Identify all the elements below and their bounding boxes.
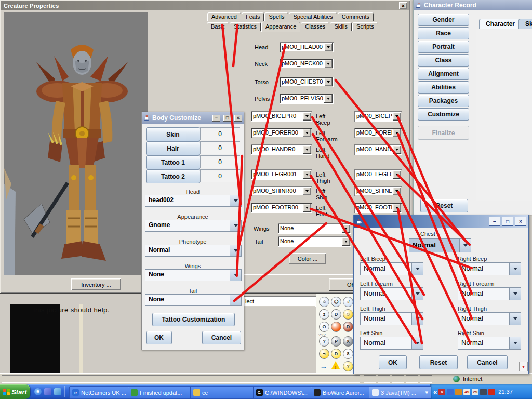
chevron-down-icon[interactable] [342, 224, 350, 233]
left-shin-dropdown[interactable]: Normal [360, 337, 423, 350]
chevron-down-icon[interactable] [393, 129, 401, 137]
creature-preview[interactable] [4, 12, 148, 275]
left-bicep-dropdown[interactable]: Normal [360, 262, 423, 275]
quicklaunch-ie-icon[interactable]: e [34, 388, 42, 395]
tail-combo[interactable]: None [145, 294, 242, 306]
part-reset-button[interactable]: Reset [419, 355, 458, 369]
neck-part-dropdown[interactable]: pMO0_NECK001 [280, 59, 334, 69]
hair-button[interactable]: Hair [146, 141, 200, 155]
minimize-button[interactable]: − [212, 115, 220, 122]
badge-29-icon[interactable]: 29 [472, 389, 478, 395]
warning-emoticon[interactable]: ! [331, 361, 340, 370]
right-forearm-dropdown[interactable]: Normal [458, 287, 521, 300]
customize-button[interactable]: Customize [418, 108, 469, 121]
chevron-down-icon[interactable] [303, 187, 311, 195]
head-combo[interactable]: head002 [145, 195, 242, 207]
taskbar-button-cc[interactable]: cc [190, 386, 257, 399]
chevron-down-icon[interactable] [509, 263, 521, 275]
tab-skills[interactable]: Sk [518, 19, 532, 29]
tab-character[interactable]: Character [479, 19, 522, 29]
alignment-button[interactable]: Alignment [418, 68, 469, 80]
maximize-button[interactable]: □ [502, 217, 513, 226]
arrow-emoticon[interactable]: → [319, 361, 328, 370]
tab-appearance[interactable]: Appearance [261, 22, 300, 32]
left-hand-left-part-dropdown[interactable]: pMO0_HANDL00 [354, 144, 402, 155]
chevron-down-icon[interactable] [324, 60, 332, 68]
body-customize-cancel-button[interactable]: Cancel [202, 331, 241, 344]
tab-feats[interactable]: Feats [242, 12, 264, 21]
antivirus-shield-icon[interactable]: V [438, 389, 445, 395]
chevron-down-icon[interactable] [393, 112, 401, 121]
smirk-emoticon[interactable]: ¬ [319, 349, 329, 359]
close-button[interactable]: × [515, 217, 526, 226]
chevron-down-icon[interactable] [393, 187, 401, 195]
idea-emoticon[interactable]: ? [343, 361, 353, 371]
furious-emoticon[interactable]: X [343, 336, 353, 347]
maximize-button[interactable]: □ [223, 115, 231, 122]
chevron-down-icon[interactable] [303, 170, 311, 179]
network-icon[interactable] [447, 389, 454, 395]
tab-statistics[interactable]: Statistics [230, 22, 261, 31]
chevron-down-icon[interactable] [230, 220, 241, 231]
taskbar-button-finished-updat[interactable]: Finished updat... [128, 386, 194, 399]
question-emoticon[interactable]: ? [319, 336, 329, 347]
finalize-button[interactable]: Finalize [418, 126, 469, 140]
race-button[interactable]: Race [418, 27, 469, 39]
close-button[interactable]: × [234, 115, 242, 122]
chevron-down-icon[interactable] [509, 313, 521, 325]
chevron-down-icon[interactable] [393, 145, 401, 154]
body-customize-titlebar[interactable]: Body Customize − □ × [142, 112, 244, 124]
left-foot-left-part-dropdown[interactable]: pMO0_FOOTL00 [354, 203, 402, 213]
chevron-down-icon[interactable] [393, 170, 401, 179]
laugh-emoticon[interactable]: ☺ [343, 309, 353, 320]
grin-emoticon[interactable]: D [331, 309, 341, 320]
tab-classes[interactable]: Classes [301, 22, 329, 31]
appearance-combo[interactable]: Gnome [145, 220, 242, 232]
evil-grin-emoticon[interactable]: D [343, 322, 353, 332]
chevron-down-icon[interactable] [303, 145, 311, 154]
head-part-dropdown[interactable]: pMO0_HEAD004 [280, 42, 334, 52]
tab-spells[interactable]: Spells [264, 12, 288, 21]
part-cancel-button[interactable]: Cancel [467, 355, 508, 369]
chevron-down-icon[interactable] [393, 204, 401, 212]
tail-dropdown[interactable]: None [278, 236, 351, 247]
scroll-corner[interactable]: ▾ [519, 362, 528, 371]
quicklaunch-messenger-icon[interactable] [44, 388, 51, 395]
character-record-titlebar[interactable]: Character Record [414, 0, 532, 10]
flame-emoticon[interactable] [331, 322, 341, 332]
class-button[interactable]: Class [418, 54, 469, 66]
pelvis-part-dropdown[interactable]: pMO0_PELVIS00 [280, 94, 334, 104]
chevron-down-icon[interactable] [459, 239, 471, 252]
skin-button[interactable]: Skin [146, 127, 200, 141]
inventory-button[interactable]: Inventory ... [71, 278, 121, 290]
tab-scripts[interactable]: Scripts [352, 22, 378, 31]
body-part-dialog-titlebar[interactable]: − □ × [354, 215, 528, 228]
phenotype-combo[interactable]: Normal [145, 245, 242, 257]
frown-emoticon[interactable]: ☹ [331, 297, 341, 307]
taskbar-button-c-windows[interactable]: C:C:\WINDOWS\... [253, 386, 315, 399]
key-icon[interactable] [480, 389, 487, 395]
tab-advanced[interactable]: Advanced [207, 12, 241, 21]
gender-button[interactable]: Gender [418, 14, 469, 26]
right-bicep-dropdown[interactable]: Normal [458, 262, 521, 275]
left-hand-right-part-dropdown[interactable]: pMO0_HANDR0 [251, 144, 312, 155]
left-forearm-left-part-dropdown[interactable]: pMO0_FOREL00 [354, 128, 402, 138]
taskbar-button-netgamers-uk[interactable]: eNetGamers UK ... [69, 386, 132, 399]
chevron-down-icon[interactable] [411, 313, 423, 325]
tattoo-1-button[interactable]: Tattoo 1 [146, 155, 200, 169]
minimize-button[interactable]: − [489, 217, 500, 226]
chevron-down-icon[interactable] [342, 237, 350, 246]
taskbar-button-3-java-tm[interactable]: 3 Java(TM) ... ▾ [369, 386, 431, 399]
left-shin-right-part-dropdown[interactable]: pMO0_SHINR00 [251, 186, 312, 196]
wings-dropdown[interactable]: None [278, 223, 351, 234]
chevron-down-icon[interactable] [230, 295, 241, 305]
chevron-down-icon[interactable] [411, 337, 423, 349]
creature-properties-titlebar[interactable]: Creature Properties [1, 1, 409, 10]
left-shin-left-part-dropdown[interactable]: pMO0_SHINL00 [354, 186, 402, 196]
chest-dropdown[interactable]: Normal [409, 238, 471, 252]
tongue-emoticon[interactable]: P [331, 336, 341, 347]
torso-part-dropdown[interactable]: pMO0_CHEST00 [280, 77, 334, 87]
chevron-down-icon[interactable] [230, 195, 241, 206]
tray-chevron-icon[interactable]: « [433, 388, 437, 396]
color-button[interactable]: Color ... [289, 253, 326, 264]
